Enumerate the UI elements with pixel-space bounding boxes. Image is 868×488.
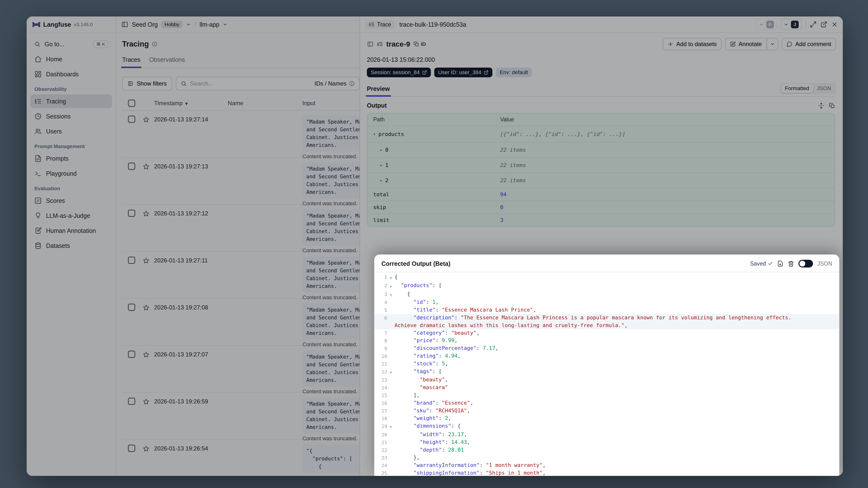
search-box[interactable]: IDs / Names [176, 77, 360, 90]
fold-chevron-icon[interactable]: ▼ [387, 368, 395, 376]
row-checkbox[interactable] [128, 256, 135, 264]
tab-observations[interactable]: Observations [149, 56, 185, 68]
fold-chevron-icon[interactable]: ▼ [387, 282, 395, 290]
sidebar-item-dashboards[interactable]: Dashboards [31, 67, 112, 81]
row-checkbox[interactable] [128, 210, 135, 217]
code-line[interactable]: 10 "rating": 4.94, [375, 352, 839, 360]
copy-id-button[interactable]: ID [413, 41, 426, 47]
column-input[interactable]: Input [303, 100, 360, 106]
code-line[interactable]: 3▼ { [375, 290, 839, 299]
goto-search[interactable]: Go to... ⌘ K [31, 37, 112, 51]
row-checkbox[interactable] [128, 304, 135, 311]
copy-icon[interactable] [829, 102, 835, 109]
session-badge[interactable]: Session: session_84 [367, 68, 431, 77]
code-line[interactable]: 21 "height": 14.43, [375, 438, 839, 446]
add-to-datasets-button[interactable]: Add to datasets [663, 38, 722, 51]
output-row-products[interactable]: ▾products[{"id": ...}, {"id": ...}, {"id… [367, 126, 835, 143]
next-trace-button[interactable]: J [781, 19, 802, 30]
row-checkbox[interactable] [128, 116, 135, 123]
sidebar-item-llm-as-a-judge[interactable]: LLM-as-a-Judge [31, 209, 112, 222]
trace-table-row[interactable]: 2026-01-13 19:26:59"Madam Speaker, Ma an… [122, 393, 360, 440]
search-scope[interactable]: IDs / Names [314, 80, 355, 87]
code-line[interactable]: 24 "warrantyInformation": "1 month warra… [375, 462, 839, 469]
sidebar-toggle-icon[interactable] [121, 21, 128, 28]
sidebar-item-scores[interactable]: Scores [31, 194, 112, 207]
row-checkbox[interactable] [128, 445, 135, 452]
code-line[interactable]: Achieve dramatic lashes with this long-l… [375, 322, 839, 329]
code-line[interactable]: 19▼ "dimensions": { [375, 422, 839, 431]
row-checkbox[interactable] [128, 162, 135, 170]
trace-table-row[interactable]: 2026-01-13 19:26:54"{ "products": [ { [122, 440, 360, 476]
row-checkbox[interactable] [128, 350, 135, 358]
star-icon[interactable] [143, 398, 150, 405]
close-icon[interactable] [831, 21, 838, 28]
code-line[interactable]: 8 "price": 9.99, [375, 337, 839, 344]
column-timestamp[interactable]: Timestamp ▼ [154, 100, 228, 106]
chevron-down-icon[interactable] [186, 22, 191, 27]
star-icon[interactable] [143, 351, 150, 358]
code-line[interactable]: 22 "depth": 28.01 [375, 446, 839, 454]
code-line[interactable]: 20 "width": 23.17, [375, 431, 839, 438]
fold-chevron-icon[interactable]: ▼ [387, 273, 395, 282]
format-formatted[interactable]: Formatted [781, 84, 813, 93]
sidebar-item-datasets[interactable]: Datasets [31, 239, 112, 252]
code-line[interactable]: 14 "mascara" [375, 384, 839, 392]
annotate-button[interactable]: Annotate [725, 38, 767, 51]
sidebar-item-home[interactable]: Home [31, 52, 112, 66]
trace-table-row[interactable]: 2026-01-13 19:27:14"Madam Speaker, Ma an… [122, 111, 360, 158]
open-external-icon[interactable] [820, 21, 827, 28]
format-json[interactable]: JSON [813, 84, 835, 93]
add-comment-button[interactable]: Add comment [782, 38, 836, 51]
search-input[interactable] [190, 80, 311, 87]
code-line[interactable]: 13 "beauty", [375, 376, 839, 384]
sidebar-item-prompts[interactable]: Prompts [31, 152, 112, 165]
code-line[interactable]: 17 "sku": "RCH45Q1A", [375, 407, 839, 415]
code-line[interactable]: 15 ], [375, 392, 839, 399]
chevron-down-icon[interactable] [223, 22, 227, 27]
save-file-icon[interactable] [777, 261, 783, 267]
code-line[interactable]: 2▼ "products": [ [375, 282, 839, 290]
code-line[interactable]: 11 "stock": 5, [375, 360, 839, 368]
trash-icon[interactable] [788, 261, 794, 267]
star-icon[interactable] [143, 257, 150, 264]
trace-table-row[interactable]: 2026-01-13 19:27:13"Madam Speaker, Ma an… [122, 158, 360, 205]
output-row-2[interactable]: ▸222 items [367, 173, 835, 188]
code-line[interactable]: 23 }, [375, 454, 839, 462]
json-editor[interactable]: 1▼{2▼ "products": [3▼ {4 "id": 1,5 "titl… [375, 272, 839, 476]
unfold-vertical-icon[interactable] [818, 102, 825, 109]
sidebar-item-sessions[interactable]: Sessions [31, 110, 112, 123]
json-toggle[interactable] [799, 260, 813, 268]
tab-traces[interactable]: Traces [122, 56, 140, 68]
output-row-0[interactable]: ▸022 items [367, 143, 835, 158]
expand-icon[interactable] [810, 21, 817, 28]
code-line[interactable]: 16 "brand": "Essence", [375, 399, 839, 407]
user-badge[interactable]: User ID: user_384 [434, 68, 493, 77]
sidebar-item-playground[interactable]: Playground [31, 167, 112, 180]
org-name[interactable]: Seed Org [132, 21, 158, 28]
star-icon[interactable] [143, 445, 150, 452]
row-checkbox[interactable] [128, 398, 135, 405]
prev-trace-button[interactable]: K [756, 19, 777, 30]
star-icon[interactable] [143, 304, 150, 311]
show-filters-button[interactable]: Show filters [122, 77, 172, 90]
sidebar-item-tracing[interactable]: Tracing [31, 94, 112, 108]
star-icon[interactable] [143, 116, 150, 123]
fold-chevron-icon[interactable]: ▼ [387, 422, 395, 431]
trace-table-row[interactable]: 2026-01-13 19:27:12"Madam Speaker, Ma an… [122, 205, 360, 252]
trace-table-row[interactable]: 2026-01-13 19:27:07"Madam Speaker, Ma an… [122, 346, 360, 393]
star-icon[interactable] [143, 163, 150, 170]
code-line[interactable]: 4 "id": 1, [375, 299, 839, 306]
code-line[interactable]: 5 "title": "Essence Mascara Lash Prince"… [375, 306, 839, 314]
code-line[interactable]: 6 "description": "The Essence Mascara La… [375, 314, 839, 322]
tab-preview[interactable]: Preview [367, 85, 390, 96]
code-line[interactable]: 9 "discountPercentage": 7.17, [375, 344, 839, 352]
trace-table-row[interactable]: 2026-01-13 19:27:11"Madam Speaker, Ma an… [122, 252, 360, 299]
project-name[interactable]: llm-app [200, 21, 220, 28]
column-name[interactable]: Name [228, 100, 303, 106]
sidebar-item-users[interactable]: Users [31, 125, 112, 138]
code-line[interactable]: 25 "shippingInformation": "Ships in 1 mo… [375, 469, 839, 476]
code-line[interactable]: 12▼ "tags": [ [375, 368, 839, 376]
select-all-checkbox[interactable] [128, 99, 135, 107]
code-line[interactable]: 1▼{ [375, 273, 839, 282]
code-line[interactable]: 18 "weight": 2, [375, 415, 839, 422]
